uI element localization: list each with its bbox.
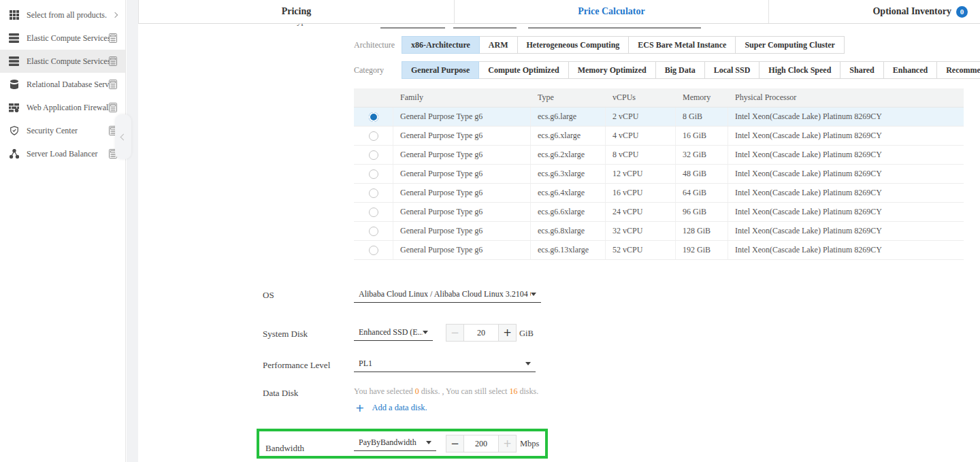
sidebar-item-select-all-products[interactable]: Select from all products. — [0, 3, 125, 27]
calculator-icon[interactable] — [109, 56, 117, 66]
system-disk-type-select[interactable]: Enhanced SSD (E... — [354, 325, 433, 341]
add-data-disk-label: Add a data disk. — [372, 403, 427, 413]
calculator-icon[interactable] — [109, 33, 117, 43]
message-text: You can still select — [446, 386, 507, 396]
cell-type: ecs.g6.13xlarge — [531, 241, 606, 259]
message-text: disks. — [519, 386, 538, 396]
category-option-big-data[interactable]: Big Data — [655, 61, 705, 79]
category-label: Category — [354, 65, 402, 76]
cell-family: General Purpose Type g6 — [393, 184, 531, 202]
calculator-icon[interactable] — [109, 103, 117, 112]
system-disk-label: System Disk — [263, 329, 308, 340]
architecture-option-super-computing[interactable]: Super Computing Cluster — [735, 36, 844, 54]
row-radio[interactable] — [369, 131, 378, 141]
performance-level-select[interactable]: PL1 — [354, 356, 536, 372]
os-label: OS — [263, 290, 274, 301]
row-radio[interactable] — [369, 227, 378, 236]
tab-price-calculator-label: Price Calculator — [578, 6, 644, 17]
bandwidth-input[interactable]: 200 — [464, 435, 498, 452]
sidebar-item-waf[interactable]: Web Application Firewall — [0, 96, 125, 119]
tab-pricing[interactable]: Pricing — [139, 0, 455, 23]
cell-memory: 48 GiB — [676, 165, 728, 183]
calculator-icon[interactable] — [109, 80, 117, 89]
table-row[interactable]: General Purpose Type g6 ecs.g6.4xlarge 1… — [354, 184, 964, 203]
row-radio-checked[interactable] — [369, 112, 378, 122]
cell-processor: Intel Xeon(Cascade Lake) Platinum 8269CY — [728, 222, 964, 240]
system-disk-type-value: Enhanced SSD (E... — [359, 327, 423, 337]
cell-family: General Purpose Type g6 — [393, 108, 531, 126]
table-row[interactable]: General Purpose Type g6 ecs.g6.large 2 v… — [354, 108, 964, 127]
row-radio[interactable] — [369, 188, 378, 198]
option-label: Local SSD — [714, 65, 751, 76]
filter-input-3[interactable] — [528, 27, 701, 29]
architecture-option-arm[interactable]: ARM — [479, 36, 518, 54]
architecture-option-heterogeneous[interactable]: Heterogeneous Computing — [517, 36, 630, 54]
architecture-option-bare-metal[interactable]: ECS Bare Metal Instance — [628, 36, 736, 54]
shield-icon — [8, 126, 20, 135]
decrease-button[interactable]: − — [446, 435, 464, 452]
header-vcpus: vCPUs — [606, 88, 676, 107]
os-value: Alibaba Cloud Linux / Alibaba Cloud Linu… — [359, 289, 531, 299]
row-radio[interactable] — [369, 150, 378, 160]
table-row[interactable]: General Purpose Type g6 ecs.g6.13xlarge … — [354, 241, 964, 260]
cell-type: ecs.g6.6xlarge — [531, 203, 606, 221]
performance-level-value: PL1 — [359, 359, 372, 369]
table-row[interactable]: General Purpose Type g6 ecs.g6.8xlarge 3… — [354, 222, 964, 241]
tab-price-calculator[interactable]: Price Calculator — [455, 0, 769, 23]
category-option-recommended[interactable]: Recommended — [936, 61, 980, 79]
sidebar-item-label: Server Load Balancer — [27, 149, 98, 159]
increase-button[interactable]: + — [498, 435, 517, 452]
row-radio[interactable] — [369, 208, 378, 217]
header-type: Type — [531, 88, 606, 107]
table-row[interactable]: General Purpose Type g6 ecs.g6.xlarge 4 … — [354, 127, 964, 146]
sidebar-item-label: Web Application Firewall — [27, 103, 109, 113]
category-option-local-ssd[interactable]: Local SSD — [704, 61, 760, 79]
table-row[interactable]: General Purpose Type g6 ecs.g6.6xlarge 2… — [354, 203, 964, 222]
option-label: High Clock Speed — [768, 65, 831, 76]
decrease-button[interactable]: − — [446, 324, 464, 342]
category-option-shared[interactable]: Shared — [840, 61, 883, 79]
sidebar-collapse-button[interactable] — [115, 114, 131, 159]
bandwidth-type-select[interactable]: PayByBandwidth — [354, 435, 436, 451]
category-option-enhanced[interactable]: Enhanced — [883, 61, 937, 79]
add-data-disk-button[interactable]: + Add a data disk. — [355, 401, 427, 414]
system-disk-size-input[interactable]: 20 — [464, 324, 498, 342]
os-select[interactable]: Alibaba Cloud Linux / Alibaba Cloud Linu… — [354, 286, 541, 303]
architecture-label: Architecture — [354, 40, 402, 50]
tab-optional-inventory[interactable]: Optional Inventory 0 — [769, 0, 980, 23]
tab-pricing-label: Pricing — [282, 6, 312, 17]
sidebar-item-ecs-1[interactable]: Elastic Compute Services ... — [0, 27, 125, 50]
data-disk-message: You have selected 0 disks. , You can sti… — [354, 386, 538, 397]
filter-input-2[interactable] — [453, 27, 517, 29]
sidebar-item-slb[interactable]: Server Load Balancer — [0, 142, 125, 165]
cell-memory: 192 GiB — [676, 241, 728, 259]
cell-processor: Intel Xeon(Cascade Lake) Platinum 8269CY — [728, 184, 964, 202]
row-radio[interactable] — [369, 169, 378, 179]
option-label: x86-Architecture — [411, 40, 470, 50]
filter-input-1[interactable] — [380, 27, 445, 29]
option-label: Heterogeneous Computing — [527, 40, 620, 50]
sidebar-item-rds[interactable]: Relational Database Servi... — [0, 73, 125, 96]
cell-family: General Purpose Type g6 — [393, 222, 531, 240]
category-option-high-clock-speed[interactable]: High Clock Speed — [759, 61, 840, 79]
option-label: ECS Bare Metal Instance — [638, 40, 726, 50]
sidebar-item-ecs-2[interactable]: Elastic Compute Services ... — [0, 50, 125, 73]
cell-memory: 8 GiB — [676, 108, 728, 126]
cell-family: General Purpose Type g6 — [393, 203, 531, 221]
category-option-memory-optimized[interactable]: Memory Optimized — [568, 61, 656, 79]
architecture-option-x86[interactable]: x86-Architecture — [402, 36, 480, 54]
table-row[interactable]: General Purpose Type g6 ecs.g6.2xlarge 8… — [354, 146, 964, 165]
bandwidth-stepper: − 200 + — [446, 435, 517, 452]
category-option-general-purpose[interactable]: General Purpose — [402, 61, 479, 79]
cell-vcpus: 8 vCPU — [606, 146, 676, 164]
cell-processor: Intel Xeon(Cascade Lake) Platinum 8269CY — [728, 108, 964, 126]
data-disk-label: Data Disk — [263, 388, 298, 399]
row-radio[interactable] — [369, 246, 378, 255]
increase-button[interactable]: + — [498, 324, 517, 342]
sidebar-item-label: Elastic Compute Services ... — [27, 56, 109, 67]
table-row[interactable]: General Purpose Type g6 ecs.g6.3xlarge 1… — [354, 165, 964, 184]
header-memory: Memory — [676, 88, 728, 107]
sidebar-item-security-center[interactable]: Security Center — [0, 119, 125, 142]
sidebar-gap — [127, 0, 138, 462]
category-option-compute-optimized[interactable]: Compute Optimized — [478, 61, 568, 79]
